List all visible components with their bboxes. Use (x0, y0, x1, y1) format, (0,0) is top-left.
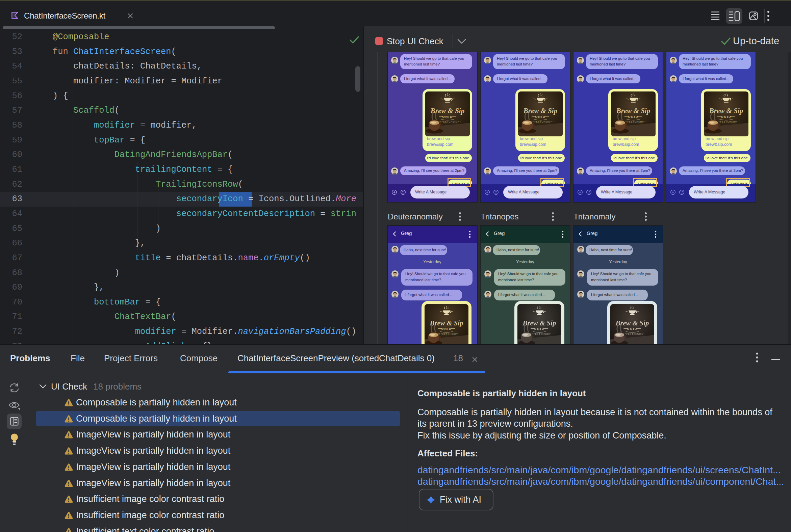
svg-text:ONID: ONID (721, 115, 732, 118)
svg-text:Brew & Sip: Brew & Sip (523, 107, 557, 115)
svg-text:Brew & Sip: Brew & Sip (616, 107, 650, 115)
svg-text:Brew & Sip: Brew & Sip (522, 319, 556, 327)
svg-text:ONID: ONID (535, 115, 546, 118)
svg-text:ONID: ONID (627, 327, 637, 330)
svg-text:ONID: ONID (534, 327, 545, 330)
svg-text:ONID: ONID (628, 115, 639, 118)
svg-text:Brew & Sip: Brew & Sip (615, 319, 649, 327)
svg-text:Brew & Sip: Brew & Sip (429, 319, 463, 327)
svg-text:ONID: ONID (441, 327, 452, 330)
svg-text:ONID: ONID (442, 115, 453, 118)
svg-text:Brew & Sip: Brew & Sip (709, 107, 743, 115)
svg-text:Brew & Sip: Brew & Sip (430, 107, 464, 115)
